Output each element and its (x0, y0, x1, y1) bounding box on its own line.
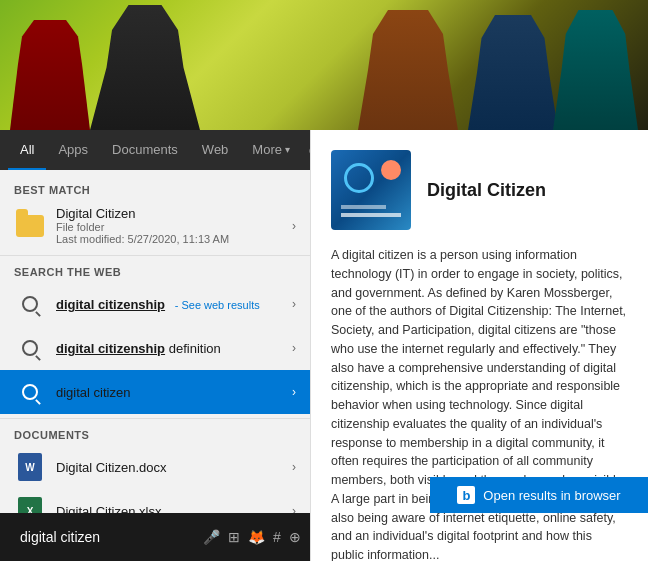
web-item-2[interactable]: digital citizen › (0, 370, 310, 414)
web-item-0-arrow: › (292, 297, 296, 311)
web-item-0-text: digital citizenship - See web results (56, 295, 286, 313)
tab-all[interactable]: All (8, 130, 46, 170)
search-bar-icons: 🎤 ⊞ 🦊 # ⊕ (203, 529, 301, 545)
figure-2 (90, 5, 200, 130)
firefox-icon[interactable]: 🦊 (248, 529, 265, 545)
tab-apps[interactable]: Apps (46, 130, 100, 170)
tab-documents[interactable]: Documents (100, 130, 190, 170)
web-item-1[interactable]: digital citizenship definition › (0, 326, 310, 370)
word-icon: W (14, 451, 46, 483)
open-results-label: Open results in browser (483, 488, 620, 503)
web-item-2-title: digital citizen (56, 385, 130, 400)
doc-item-0-title: Digital Citizen.docx (56, 460, 286, 475)
web-see-results-0: - See web results (175, 299, 260, 311)
tab-web[interactable]: Web (190, 130, 241, 170)
web-header: Search the web (0, 260, 310, 282)
divider-1 (0, 255, 310, 256)
divider-2 (0, 418, 310, 419)
windows-logo[interactable] (10, 525, 12, 549)
search-panel: All Apps Documents Web More ▾ ⊙ ··· Best… (0, 130, 310, 561)
open-results-button[interactable]: b Open results in browser (430, 477, 648, 513)
best-match-meta: Last modified: 5/27/2020, 11:13 AM (56, 233, 286, 245)
bar-graphic-1 (341, 213, 401, 217)
hero-background (0, 0, 648, 130)
detail-thumbnail (331, 150, 411, 230)
grid-icon[interactable]: ⊞ (228, 529, 240, 545)
best-match-arrow: › (292, 219, 296, 233)
web-item-0-title: digital citizenship - See web results (56, 297, 260, 312)
best-match-item[interactable]: Digital Citizen File folder Last modifie… (0, 200, 310, 251)
globe-graphic (344, 163, 374, 193)
search-input[interactable] (20, 529, 195, 545)
web-item-2-arrow: › (292, 385, 296, 399)
chrome-icon[interactable]: ⊕ (289, 529, 301, 545)
search-icon-2 (14, 376, 46, 408)
person-graphic (381, 160, 401, 180)
web-item-0[interactable]: digital citizenship - See web results › (0, 282, 310, 326)
doc-item-0-text: Digital Citizen.docx (56, 460, 286, 475)
web-item-1-arrow: › (292, 341, 296, 355)
figure-1 (10, 20, 90, 130)
slack-icon[interactable]: # (273, 529, 281, 545)
bing-b-icon: b (457, 486, 475, 504)
detail-body: A digital citizen is a person using info… (331, 246, 628, 561)
tab-more[interactable]: More ▾ (240, 130, 302, 170)
best-match-subtitle: File folder (56, 221, 286, 233)
figure-5 (553, 10, 638, 130)
web-item-1-text: digital citizenship definition (56, 339, 286, 357)
best-match-title: Digital Citizen (56, 206, 286, 221)
web-item-2-text: digital citizen (56, 383, 286, 401)
best-match-header: Best match (0, 178, 310, 200)
chevron-down-icon: ▾ (285, 144, 290, 155)
bar-graphic-2 (341, 205, 386, 209)
doc-item-0[interactable]: W Digital Citizen.docx › (0, 445, 310, 489)
tabs-bar: All Apps Documents Web More ▾ ⊙ ··· (0, 130, 310, 170)
best-match-text: Digital Citizen File folder Last modifie… (56, 206, 286, 245)
mic-icon[interactable]: 🎤 (203, 529, 220, 545)
web-item-1-title: digital citizenship definition (56, 341, 221, 356)
detail-panel: Digital Citizen A digital citizen is a p… (310, 130, 648, 561)
folder-icon (14, 210, 46, 242)
search-icon-0 (14, 288, 46, 320)
figure-4 (468, 15, 558, 130)
docs-header: Documents (0, 423, 310, 445)
detail-header: Digital Citizen (331, 150, 628, 230)
detail-title: Digital Citizen (427, 180, 546, 201)
taskbar-search-bar: 🎤 ⊞ 🦊 # ⊕ (0, 513, 310, 561)
doc-item-0-arrow: › (292, 460, 296, 474)
results-list: Best match Digital Citizen File folder L… (0, 170, 310, 561)
search-icon-1 (14, 332, 46, 364)
hero-figures (0, 0, 648, 130)
figure-3 (358, 10, 458, 130)
